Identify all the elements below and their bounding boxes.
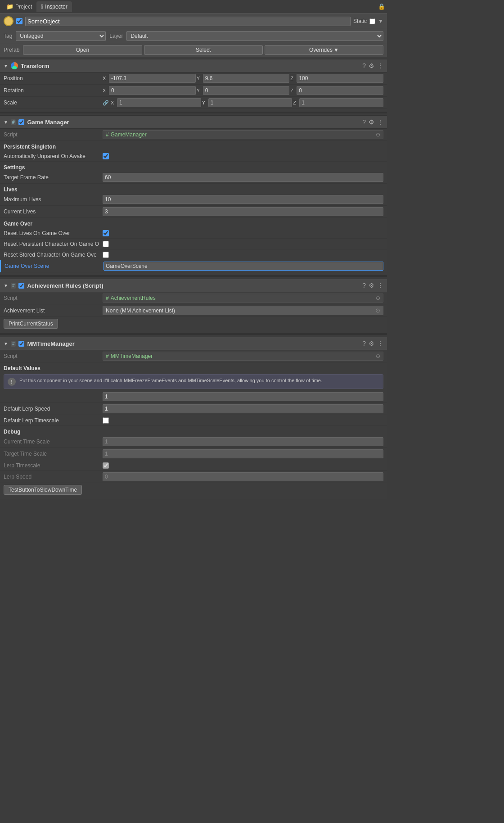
current-lives-input[interactable]: [103, 207, 383, 216]
transform-settings-icon[interactable]: ⚙: [369, 62, 374, 69]
rotation-z-input[interactable]: [297, 86, 383, 95]
mm-time-collapse-arrow[interactable]: ▼: [4, 341, 8, 346]
gm-script-field[interactable]: # GameManager ⊙: [103, 130, 383, 139]
current-lives-label: Current Lives: [4, 208, 103, 215]
game-over-scene-label: Game Over Scene: [4, 263, 104, 269]
prefab-row: Prefab Open Select Overrides ▼: [0, 43, 387, 57]
default-lerp-speed-input[interactable]: [103, 404, 383, 413]
rotation-y-input[interactable]: [203, 86, 290, 95]
current-time-scale-input[interactable]: [103, 437, 383, 446]
mm-time-title: MMTimeManager: [27, 340, 360, 347]
auto-unparent-checkbox[interactable]: [103, 153, 109, 159]
achievement-rules-settings-icon[interactable]: ⚙: [369, 282, 374, 289]
time-scale-input[interactable]: [103, 392, 383, 401]
gm-script-label: Script: [4, 131, 103, 138]
position-row: Position X Y Z: [0, 72, 387, 85]
scale-z-input[interactable]: [299, 98, 383, 107]
ar-script-row: Script # AchievementRules ⊙: [0, 292, 387, 304]
auto-unparent-label: Automatically Unparent On Awake: [4, 153, 103, 159]
prefab-overrides-button[interactable]: Overrides ▼: [265, 45, 383, 55]
game-manager-collapse-arrow[interactable]: ▼: [4, 120, 8, 125]
print-current-status-button[interactable]: PrintCurrentStatus: [4, 319, 58, 329]
reset-persistent-checkbox[interactable]: [103, 241, 109, 247]
mm-time-help-icon[interactable]: ?: [362, 340, 366, 347]
game-manager-help-icon[interactable]: ?: [362, 118, 366, 126]
mm-time-manager-section-header: ▼ # MMTimeManager ? ⚙ ⋮: [0, 337, 387, 350]
reset-stored-label: Reset Stored Character On Game Ove: [4, 252, 103, 258]
target-time-scale-row: Target Time Scale: [0, 448, 387, 460]
transform-section-header: ▼ Transform ? ⚙ ⋮: [0, 59, 387, 72]
layer-select[interactable]: Default: [126, 31, 383, 41]
target-frame-rate-input[interactable]: [103, 173, 383, 182]
transform-collapse-arrow[interactable]: ▼: [4, 63, 8, 68]
game-manager-title: Game Manager: [27, 119, 360, 126]
game-manager-settings-icon[interactable]: ⚙: [369, 118, 374, 126]
achievement-list-field[interactable]: None (MM Achievement List) ⊙: [103, 306, 383, 315]
transform-help-icon[interactable]: ?: [362, 62, 366, 69]
current-lives-row: Current Lives: [0, 206, 387, 218]
mm-script-label: Script: [4, 353, 103, 359]
mm-info-icon: !: [8, 378, 16, 386]
achievement-list-row: Achievement List None (MM Achievement Li…: [0, 304, 387, 317]
rotation-x-input[interactable]: [109, 86, 196, 95]
game-manager-fields: Script # GameManager ⊙ Persistent Single…: [0, 129, 387, 275]
lerp-timescale-label: Lerp Timescale: [4, 462, 103, 469]
lock-icon[interactable]: 🔒: [378, 3, 385, 10]
reset-lives-checkbox[interactable]: [103, 230, 109, 236]
position-x-input[interactable]: [109, 74, 196, 83]
game-manager-enabled-checkbox[interactable]: [18, 119, 24, 125]
object-name-input[interactable]: [25, 17, 351, 26]
transform-kebab-icon[interactable]: ⋮: [377, 62, 383, 69]
game-manager-kebab-icon[interactable]: ⋮: [377, 118, 383, 126]
tab-inspector[interactable]: ℹ Inspector: [36, 1, 72, 12]
static-checkbox[interactable]: [369, 18, 375, 24]
scale-link-icon: 🔗: [103, 100, 109, 106]
rotation-label: Rotation: [4, 87, 103, 94]
reset-stored-checkbox[interactable]: [103, 252, 109, 258]
achievement-rules-enabled-checkbox[interactable]: [18, 283, 24, 289]
achievement-rules-title: Achievement Rules (Script): [27, 282, 360, 289]
achievement-rules-kebab-icon[interactable]: ⋮: [377, 282, 383, 289]
achievement-rules-help-icon[interactable]: ?: [362, 282, 366, 289]
mm-time-settings-icon[interactable]: ⚙: [369, 340, 374, 347]
prefab-select-button[interactable]: Select: [144, 45, 263, 55]
maximum-lives-input[interactable]: [103, 195, 383, 204]
prefab-open-button[interactable]: Open: [23, 45, 142, 55]
static-dropdown-icon[interactable]: ▼: [378, 18, 383, 24]
achievement-rules-collapse-arrow[interactable]: ▼: [4, 283, 8, 288]
object-enabled-checkbox[interactable]: [16, 18, 22, 24]
position-z-input[interactable]: [297, 74, 383, 83]
scale-x-input[interactable]: [117, 98, 201, 107]
ar-script-field[interactable]: # AchievementRules ⊙: [103, 294, 383, 303]
lerp-timescale-checkbox[interactable]: [103, 462, 109, 469]
mm-time-kebab-icon[interactable]: ⋮: [377, 340, 383, 347]
prefab-label: Prefab: [4, 47, 19, 53]
game-manager-section-header: ▼ # Game Manager ? ⚙ ⋮: [0, 115, 387, 129]
mm-script-row: Script # MMTimeManager ⊙: [0, 350, 387, 362]
rotation-row: Rotation X Y Z: [0, 85, 387, 97]
lerp-speed-label: Lerp Speed: [4, 474, 103, 480]
reset-persistent-label: Reset Persistent Character On Game O: [4, 241, 103, 247]
mm-script-field[interactable]: # MMTimeManager ⊙: [103, 352, 383, 361]
game-over-scene-row: Game Over Scene: [0, 260, 387, 272]
settings-label: Settings: [0, 162, 387, 172]
lerp-speed-row: Lerp Speed: [0, 471, 387, 483]
default-lerp-timescale-checkbox[interactable]: [103, 417, 109, 424]
tag-select[interactable]: Untagged: [16, 31, 106, 41]
mm-time-enabled-checkbox[interactable]: [18, 341, 24, 347]
mm-info-text: Put this component in your scene and it'…: [19, 377, 322, 384]
gm-script-row: Script # GameManager ⊙: [0, 129, 387, 141]
target-time-scale-input[interactable]: [103, 449, 383, 458]
mm-time-hash: #: [11, 341, 16, 347]
test-button-slow-down[interactable]: TestButtonToSlowDownTime: [4, 485, 82, 495]
position-y-input[interactable]: [203, 74, 290, 83]
transform-icon: [11, 62, 18, 69]
scale-y-input[interactable]: [208, 98, 292, 107]
static-label: Static: [353, 18, 367, 24]
tab-inspector-label: Inspector: [45, 4, 67, 10]
achievement-rules-fields: Script # AchievementRules ⊙ Achievement …: [0, 292, 387, 333]
tab-project[interactable]: 📁 Project: [2, 1, 36, 12]
lerp-speed-input[interactable]: [103, 472, 383, 481]
target-frame-rate-row: Target Frame Rate: [0, 172, 387, 184]
game-over-scene-input[interactable]: [104, 262, 383, 271]
